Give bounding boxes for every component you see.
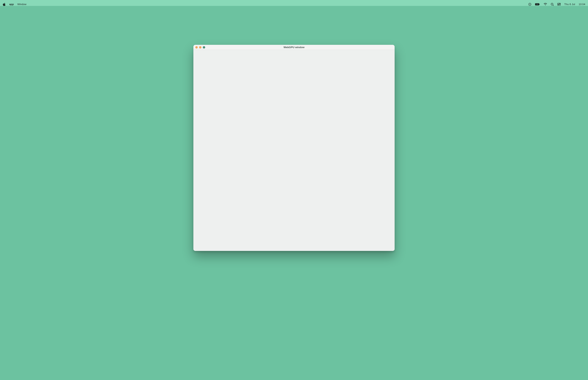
menu-time[interactable]: 10:04 [579,3,585,6]
window-zoom-button[interactable] [203,46,205,49]
svg-line-4 [553,5,554,6]
spotlight-search-icon[interactable] [551,3,554,6]
menu-date[interactable]: Thu 6 Jul [564,3,575,6]
app-window[interactable]: WebGPU window [193,45,394,251]
menu-bar-right: Thu 6 Jul 10:04 [528,3,585,6]
menu-app-name[interactable]: app [9,3,14,6]
desktop: WebGPU window [0,6,588,380]
traffic-lights [195,46,205,49]
now-playing-icon[interactable] [528,3,531,6]
window-close-button[interactable] [195,46,198,49]
window-titlebar[interactable]: WebGPU window [193,45,394,50]
menu-window[interactable]: Window [17,3,26,6]
window-minimize-button[interactable] [199,46,201,49]
svg-point-8 [558,5,559,5]
wifi-icon[interactable] [544,3,547,6]
svg-point-3 [551,3,553,5]
menu-bar-left: app Window [3,3,26,6]
window-content [193,50,394,251]
svg-rect-2 [539,4,540,5]
battery-charging-icon[interactable] [535,3,540,6]
control-center-icon[interactable] [557,3,561,5]
window-title: WebGPU window [193,46,394,49]
apple-logo-icon[interactable] [3,3,6,6]
svg-point-6 [560,3,560,4]
